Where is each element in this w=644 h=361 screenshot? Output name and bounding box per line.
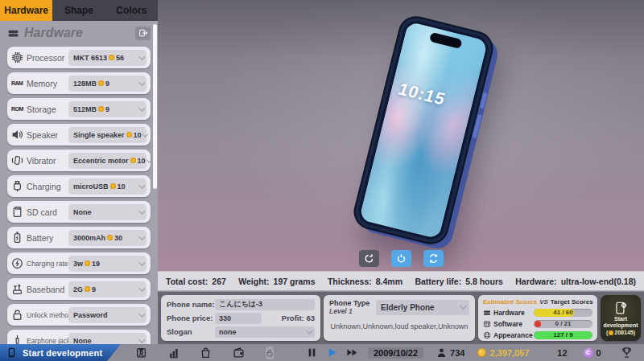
window-icon <box>483 320 491 328</box>
crystal-icon: C <box>584 348 593 358</box>
sd-card-select[interactable]: None <box>68 204 147 220</box>
trophy-icon[interactable] <box>621 347 633 359</box>
sidebar-item-storage: ROMStorage512MB9 <box>7 98 151 120</box>
sidebar-item-speaker: SpeakerSingle speaker10 <box>7 124 151 146</box>
phone-icon <box>6 347 17 358</box>
phone-type-level: Level 1 <box>329 307 371 315</box>
coin-icon <box>107 235 113 240</box>
target-scores-panel: Estimated Scores VS Target Scores Hardwa… <box>478 295 597 341</box>
power-button[interactable] <box>391 250 411 267</box>
sidebar-item-charging: ChargingmicroUSB10 <box>7 175 151 197</box>
tab-shape[interactable]: Shape <box>52 0 105 21</box>
power-icon <box>396 253 407 264</box>
tab-hardware[interactable]: Hardware <box>0 0 52 21</box>
coin-icon <box>609 330 613 335</box>
earphone-jack-select[interactable]: None <box>68 333 147 345</box>
chevron-down-icon <box>138 233 145 240</box>
score-bar-appearance: 127 / 9 <box>534 331 592 339</box>
chevron-down-icon <box>146 156 152 162</box>
taskbar-start-development-button[interactable]: Start development <box>0 344 121 361</box>
unlock-method-select[interactable]: Password <box>68 307 147 323</box>
slogan-select[interactable]: none <box>215 326 315 338</box>
chevron-down-icon <box>138 285 145 291</box>
sidebar-title: Hardware <box>24 26 130 40</box>
chevron-down-icon <box>138 207 145 214</box>
speaker-select[interactable]: Single speaker10 <box>68 127 147 143</box>
coin-icon <box>109 55 114 60</box>
stat-hardware-grade: Hardware:ultra-low-end(0.18) <box>515 277 636 286</box>
sidebar-item-sd-card: SD cardNone <box>7 201 151 223</box>
score-row-appearance: Appearance127 / 9 <box>483 330 592 339</box>
game-date: 2009/10/22 <box>368 347 423 359</box>
pause-button[interactable] <box>306 347 318 359</box>
stat-thickness: Thickness:8.4mm <box>328 277 402 286</box>
play-button[interactable] <box>326 347 338 359</box>
layers-icon <box>483 309 491 317</box>
collapse-panel-button[interactable] <box>135 27 151 40</box>
taskbar: Start development 2009/10/22 734 2,397,0… <box>0 344 644 361</box>
sidebar-item-processor: ProcessorMKT 651356 <box>7 47 151 68</box>
memory-select[interactable]: 128MB9 <box>68 76 147 92</box>
phone-3d-model[interactable]: 10:15 <box>350 13 497 248</box>
baseband-icon <box>11 283 23 295</box>
chevron-down-icon <box>138 53 145 59</box>
reset-view-button[interactable] <box>359 250 379 267</box>
lock-icon <box>266 349 274 357</box>
score-bar-software: 0 / 21 <box>534 320 592 328</box>
start-development-panel-button[interactable]: Start development (208145) <box>601 295 641 341</box>
chevron-down-icon <box>138 79 145 85</box>
coin-icon <box>98 106 104 112</box>
chevron-down-icon <box>138 336 145 343</box>
sidebar-item-memory: RAMMemory128MB9 <box>7 72 151 94</box>
locked-slot[interactable] <box>266 347 274 359</box>
hardware-item-list: ProcessorMKT 651356RAMMemory128MB9ROMSto… <box>0 45 158 344</box>
chevron-down-icon <box>138 310 145 317</box>
lock-icon <box>11 309 23 321</box>
shop-bag-icon[interactable] <box>200 347 212 359</box>
charging-rate-select[interactable]: 3w19 <box>68 256 147 272</box>
processor-select[interactable]: MKT 651356 <box>68 50 147 66</box>
vs-label: VS <box>539 298 548 306</box>
target-scores-label: Target Scores <box>551 298 593 306</box>
ram-icon: RAM <box>11 80 23 86</box>
coin-icon <box>477 348 486 357</box>
phone-name-input[interactable] <box>215 299 315 310</box>
phone-price-input[interactable] <box>215 313 262 324</box>
chart-icon[interactable] <box>168 347 180 359</box>
sidebar-scrollbar[interactable] <box>153 24 157 189</box>
phone-gear-icon <box>613 301 628 315</box>
fast-forward-button[interactable] <box>346 347 358 359</box>
usb-icon <box>11 180 23 192</box>
coin-icon <box>126 132 132 137</box>
sidebar-item-battery: Battery3000mAh30 <box>7 227 151 248</box>
baseband-select[interactable]: 2G9 <box>68 281 147 297</box>
earphone-icon <box>11 334 23 344</box>
chevron-down-icon <box>306 327 312 334</box>
storage-select[interactable]: 512MB9 <box>68 101 147 117</box>
score-row-software: Software0 / 21 <box>483 319 592 328</box>
battery-select[interactable]: 3000mAh30 <box>68 230 147 246</box>
charging-select[interactable]: microUSB10 <box>68 178 147 195</box>
phone-name-label: Phone name: <box>167 300 215 309</box>
sidebar-item-vibrator: VibratorEccentric motor10 <box>7 150 151 171</box>
export-icon <box>138 28 148 38</box>
phone-type-select[interactable]: Elderly Phone <box>376 300 469 315</box>
wallet-icon[interactable] <box>233 347 245 359</box>
phone-type-description: Unknown,Unknown,loud speaker,Unknown <box>329 322 469 330</box>
hardware-stack-icon <box>7 27 19 39</box>
slogan-label: Slogan <box>167 327 215 336</box>
refresh-icon <box>364 253 374 264</box>
phone-3d-viewport[interactable]: 10:15 <box>158 0 644 271</box>
flip-icon <box>428 253 439 264</box>
staff-badge-icon[interactable] <box>135 347 147 359</box>
person-icon <box>436 347 447 358</box>
vibrator-select[interactable]: Eccentric motor10 <box>68 153 147 169</box>
estimated-scores-label: Estimated Scores <box>483 298 537 306</box>
phone-side-button <box>480 92 488 109</box>
chevron-down-icon <box>138 259 145 265</box>
coin-icon <box>110 183 116 189</box>
flip-phone-button[interactable] <box>423 250 444 267</box>
scores-header: Estimated Scores VS Target Scores <box>483 298 592 306</box>
gear-icon <box>543 347 554 358</box>
tab-colors[interactable]: Colors <box>105 0 158 21</box>
